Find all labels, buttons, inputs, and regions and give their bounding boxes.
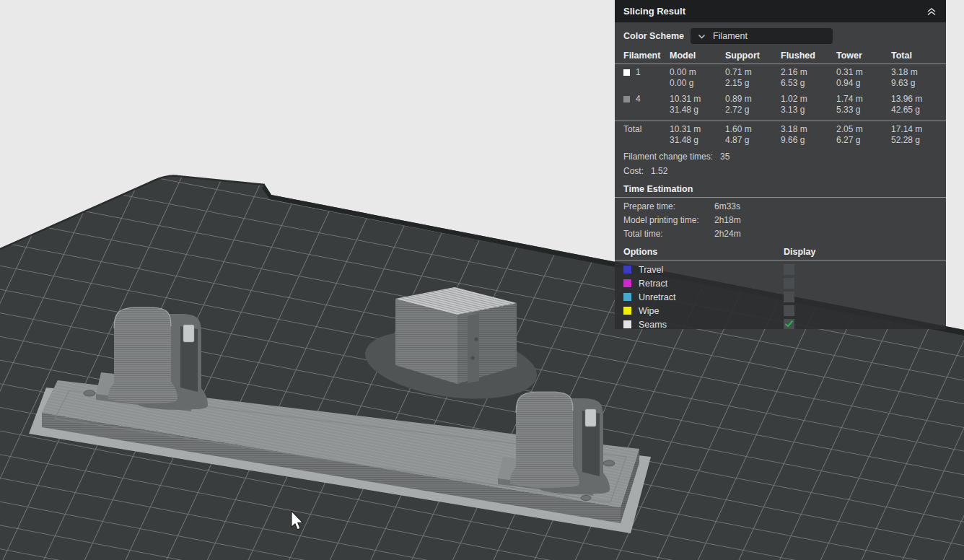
prepare-time-row: Prepare time: 6m33s [615,200,946,214]
chevron-down-icon [698,34,706,39]
travel-checkbox[interactable] [784,264,794,275]
retract-checkbox[interactable] [784,278,794,289]
cost-value: 1.52 [651,166,667,177]
filament-4-id: 4 [636,94,641,105]
filament-1-swatch [623,69,630,76]
panel-title: Slicing Result [623,6,685,17]
display-title: Display [784,247,937,257]
total-time-value: 2h24m [714,228,937,240]
travel-color-swatch [623,266,631,274]
color-scheme-value: Filament [713,31,748,41]
option-row-unretract: Unretract [615,290,946,304]
wipe-checkbox[interactable] [784,305,794,316]
option-row-seams: Seams [615,318,946,329]
prepare-time-value: 6m33s [714,201,937,213]
filament-change-value: 35 [720,152,729,162]
model-printing-time-row: Model printing time: 2h18m [615,214,946,227]
collapse-panel-icon[interactable] [926,6,937,16]
color-scheme-label: Color Scheme [623,31,691,41]
option-row-retract: Retract [615,276,946,290]
option-row-travel: Travel [615,263,946,276]
model-printing-time-value: 2h18m [714,214,937,227]
table-row-filament-4: 4 10.31 m31.48 g 0.89 m2.72 g 1.02 m3.13… [615,91,946,118]
filament-change-times: Filament change times: 35 [615,152,946,162]
seams-color-swatch [623,320,631,328]
option-row-wipe: Wipe [615,304,946,318]
check-icon [784,320,794,330]
filament-1-id: 1 [636,67,641,78]
cost: Cost: 1.52 [615,166,946,177]
filament-4-swatch [623,96,630,102]
divider [615,197,946,198]
seams-checkbox[interactable] [784,319,794,329]
wipe-color-swatch [623,307,631,315]
time-estimation-title: Time Estimation [623,184,937,194]
table-row-total: Total 10.31 m31.48 g 1.60 m4.87 g 3.18 m… [615,121,946,148]
options-header-row: Options Display [615,247,946,257]
col-header-flushed: Flushed [781,51,836,61]
unretract-color-swatch [623,293,631,301]
options-title: Options [623,247,784,257]
col-header-filament: Filament [623,51,670,61]
application-window: Bambu Texture PEI Plate [0,0,964,560]
color-scheme-row: Color Scheme Filament [623,28,937,44]
table-row-filament-1: 1 0.00 m0.00 g 0.71 m2.15 g 2.16 m6.53 g… [615,64,946,91]
divider [615,260,946,261]
col-header-tower: Tower [836,51,891,61]
color-scheme-dropdown[interactable]: Filament [691,28,833,44]
col-header-total: Total [891,51,937,61]
total-row-label: Total [623,124,670,135]
col-header-model: Model [670,51,725,61]
filament-table-header: Filament Model Support Flushed Tower Tot… [615,51,946,61]
unretract-checkbox[interactable] [784,292,794,302]
col-header-support: Support [725,51,781,61]
total-time-row: Total time: 2h24m [615,227,946,241]
panel-header: Slicing Result [615,0,946,22]
retract-color-swatch [623,279,631,287]
slicing-result-panel: Slicing Result Color Scheme Filament Fil… [615,0,946,329]
